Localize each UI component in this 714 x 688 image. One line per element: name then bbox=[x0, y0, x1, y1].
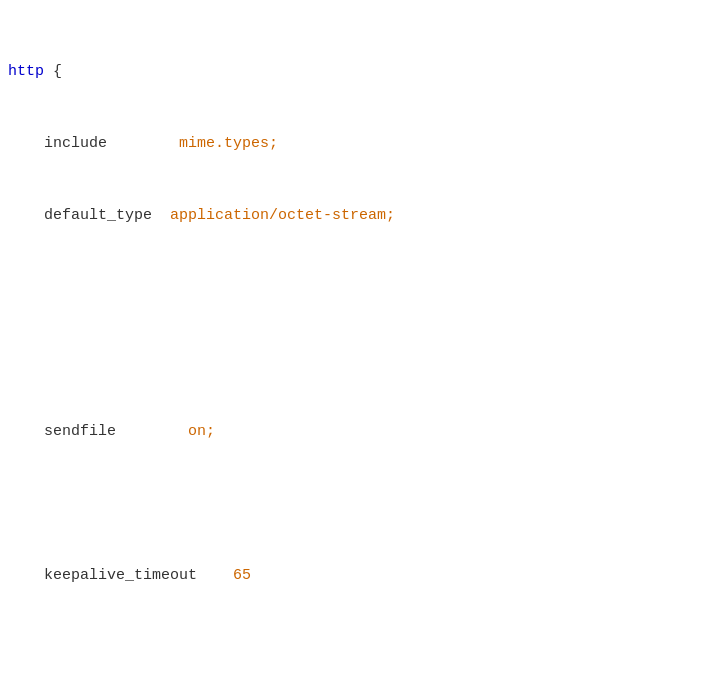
line-6: sendfile on; bbox=[8, 420, 698, 444]
value-include: mime.types; bbox=[107, 135, 278, 152]
line-7 bbox=[8, 492, 698, 516]
brace-open: { bbox=[44, 63, 62, 80]
value-default-type: application/octet-stream; bbox=[152, 207, 395, 224]
directive-include: include bbox=[44, 135, 107, 152]
keyword-http: http bbox=[8, 63, 44, 80]
line-1: http { bbox=[8, 60, 698, 84]
code-block: http { include mime.types; default_type … bbox=[8, 12, 698, 688]
line-8: keepalive_timeout 65 bbox=[8, 564, 698, 588]
value-keepalive: 65 bbox=[197, 567, 251, 584]
directive-default-type: default_type bbox=[44, 207, 152, 224]
line-4 bbox=[8, 276, 698, 300]
value-sendfile: on; bbox=[116, 423, 215, 440]
directive-keepalive: keepalive_timeout bbox=[44, 567, 197, 584]
line-3: default_type application/octet-stream; bbox=[8, 204, 698, 228]
line-5 bbox=[8, 348, 698, 372]
directive-sendfile: sendfile bbox=[44, 423, 116, 440]
line-9 bbox=[8, 636, 698, 660]
line-2: include mime.types; bbox=[8, 132, 698, 156]
